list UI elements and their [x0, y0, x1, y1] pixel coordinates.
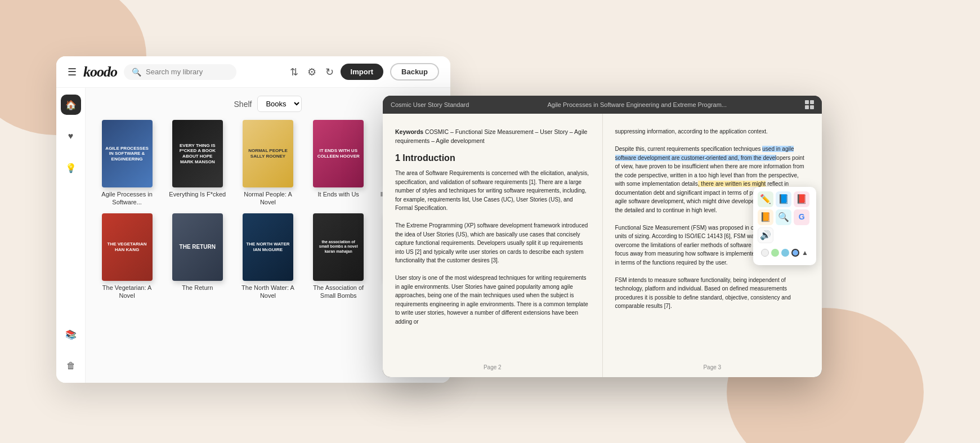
flag-icon[interactable]: 📕 — [794, 191, 809, 207]
backup-button[interactable]: Backup — [390, 63, 439, 80]
book-title-north: The North Water: A Novel — [235, 284, 300, 300]
keywords-text: COSMIC – Functional Size Measurement – U… — [395, 128, 587, 144]
page-right: suppressing information, according to th… — [603, 114, 822, 377]
book-cover-return: THE RETURN — [172, 213, 223, 281]
shelf-select[interactable]: Books — [257, 96, 302, 112]
speaker-icon[interactable]: 🔊 — [758, 227, 773, 243]
book-title-everything: Everything Is F*cked — [169, 190, 226, 198]
left-body-text: The area of Software Requirements is con… — [395, 169, 590, 326]
cover-text-vegetarian: THE VEGETARIAN HAN KANG — [105, 241, 149, 252]
google-icon[interactable]: G — [794, 209, 809, 225]
sidebar-item-notes[interactable]: 💡 — [61, 158, 81, 178]
cover-text-ends: IT ENDS WITH US COLLEEN HOOVER — [316, 148, 360, 159]
right-text-1: suppressing information, according to th… — [615, 128, 768, 135]
menu-icon[interactable]: ☰ — [68, 66, 77, 78]
reader-window: Cosmic User Story Standard Agile Process… — [383, 96, 822, 377]
book-title-normal: Normal People: A Novel — [235, 190, 300, 207]
page-number-2: Page 2 — [484, 363, 502, 372]
color-dot-dark-blue[interactable] — [791, 249, 799, 257]
book-item-vegetarian[interactable]: THE VEGETARIAN HAN KANG The Vegetarian: … — [95, 213, 159, 300]
toolbar-row-speaker: 🔊 — [758, 227, 812, 243]
keywords-section: Keywords COSMIC – Functional Size Measur… — [395, 127, 590, 146]
intro-heading: 1 Introduction — [395, 151, 590, 165]
book-title-vegetarian: The Vegetarian: A Novel — [95, 284, 159, 300]
color-picker: ▲ — [758, 245, 812, 261]
book-item-ends[interactable]: IT ENDS WITH US COLLEEN HOOVER It Ends w… — [306, 120, 371, 207]
book-item-normal[interactable]: NORMAL PEOPLE SALLY ROONEY Normal People… — [235, 120, 300, 207]
book-item-return[interactable]: THE RETURN The Return — [165, 213, 230, 300]
reader-content: Keywords COSMIC – Functional Size Measur… — [383, 114, 822, 377]
color-dot-green[interactable] — [771, 249, 779, 257]
cover-text-small-bombs: the association of small bombs a novel k… — [316, 240, 360, 254]
cover-text-return: THE RETURN — [180, 244, 216, 250]
color-arrow-icon[interactable]: ▲ — [802, 248, 808, 258]
book-cover-everything: EVERY THING IS F*CKED A BOOK ABOUT HOPE … — [172, 120, 223, 187]
book-cover-small-bombs: the association of small bombs a novel k… — [313, 213, 364, 281]
koodo-logo: koodo — [83, 64, 117, 80]
annotation-toolbar: ✏️ 📘 📕 📙 🔍 G 🔊 ▲ — [753, 187, 816, 265]
sort-icon[interactable]: ⇅ — [290, 66, 298, 78]
book-item-north[interactable]: THE NORTH WATER IAN McGUIRE The North Wa… — [235, 213, 300, 300]
shelf-label: Shelf — [234, 100, 252, 109]
page-number-3: Page 3 — [703, 363, 721, 372]
koodo-header: ☰ koodo 🔍 ⇅ ⚙ ↻ Import Backup — [56, 56, 450, 88]
bookmark-icon[interactable]: 📘 — [776, 191, 791, 207]
cover-text-north: THE NORTH WATER IAN McGUIRE — [246, 241, 290, 252]
right-text-2: Despite this, current requirements speci… — [615, 146, 763, 152]
right-text-fsm2: FSM intends to measure software function… — [615, 277, 791, 310]
book-title-ends: It Ends with Us — [318, 190, 359, 198]
keywords-label: Keywords — [395, 128, 423, 135]
book-title-small-bombs: The Association of Small Bombs — [306, 284, 371, 300]
page-left: Keywords COSMIC – Functional Size Measur… — [383, 114, 603, 377]
right-text-highlight-2: , there are written ies might — [698, 181, 766, 187]
right-text-5: ode perspective, written in a too high l… — [627, 172, 767, 178]
book-item-agile[interactable]: AGILE PROCESSES IN SOFTWARE & ENGINEERIN… — [95, 120, 159, 207]
sidebar-item-trash[interactable]: 🗑 — [61, 356, 81, 376]
book-item-small-bombs[interactable]: the association of small bombs a novel k… — [306, 213, 371, 300]
reader-grid-icon[interactable] — [805, 100, 814, 109]
import-button[interactable]: Import — [341, 64, 383, 80]
book-cover-ends: IT ENDS WITH US COLLEEN HOOVER — [313, 120, 364, 187]
cover-text-agile: AGILE PROCESSES IN SOFTWARE & ENGINEERIN… — [105, 146, 149, 162]
sidebar-item-shelf[interactable]: 📚 — [61, 324, 81, 344]
reader-title-left: Cosmic User Story Standard — [391, 101, 469, 108]
reader-title-right: Agile Processes in Software Engineering … — [547, 101, 727, 108]
refresh-icon[interactable]: ↻ — [325, 66, 334, 78]
header-icons: ⇅ ⚙ ↻ — [290, 66, 334, 78]
color-dot-white[interactable] — [761, 249, 769, 257]
settings-icon[interactable]: ⚙ — [307, 66, 316, 78]
book-cover-vegetarian: THE VEGETARIAN HAN KANG — [102, 213, 153, 281]
color-dot-blue[interactable] — [781, 249, 789, 257]
sidebar: 🏠 ♥ 💡 📚 🗑 — [56, 88, 86, 383]
toolbar-row-2: 📙 🔍 G — [758, 209, 812, 225]
book-item-everything[interactable]: EVERY THING IS F*CKED A BOOK ABOUT HOPE … — [165, 120, 230, 207]
book-cover-agile: AGILE PROCESSES IN SOFTWARE & ENGINEERIN… — [102, 120, 153, 187]
book-cover-north: THE NORTH WATER IAN McGUIRE — [243, 213, 293, 281]
cover-text-normal: NORMAL PEOPLE SALLY ROONEY — [246, 148, 290, 159]
cover-text-everything: EVERY THING IS F*CKED A BOOK ABOUT HOPE … — [176, 143, 220, 164]
search-book-icon[interactable]: 🔍 — [776, 209, 791, 225]
search-input[interactable] — [146, 68, 229, 76]
search-bar: 🔍 — [124, 64, 236, 80]
edit-icon[interactable]: ✏️ — [758, 191, 773, 207]
search-icon: 🔍 — [132, 68, 141, 77]
sidebar-item-home[interactable]: 🏠 — [61, 95, 81, 115]
book-title-return: The Return — [182, 284, 213, 292]
orange-icon[interactable]: 📙 — [758, 209, 773, 225]
book-title-agile: Agile Processes in Software... — [95, 190, 159, 207]
book-cover-normal: NORMAL PEOPLE SALLY ROONEY — [243, 120, 293, 187]
reader-header: Cosmic User Story Standard Agile Process… — [383, 96, 822, 114]
sidebar-item-favorites[interactable]: ♥ — [61, 126, 81, 146]
toolbar-row-1: ✏️ 📘 📕 — [758, 191, 812, 207]
